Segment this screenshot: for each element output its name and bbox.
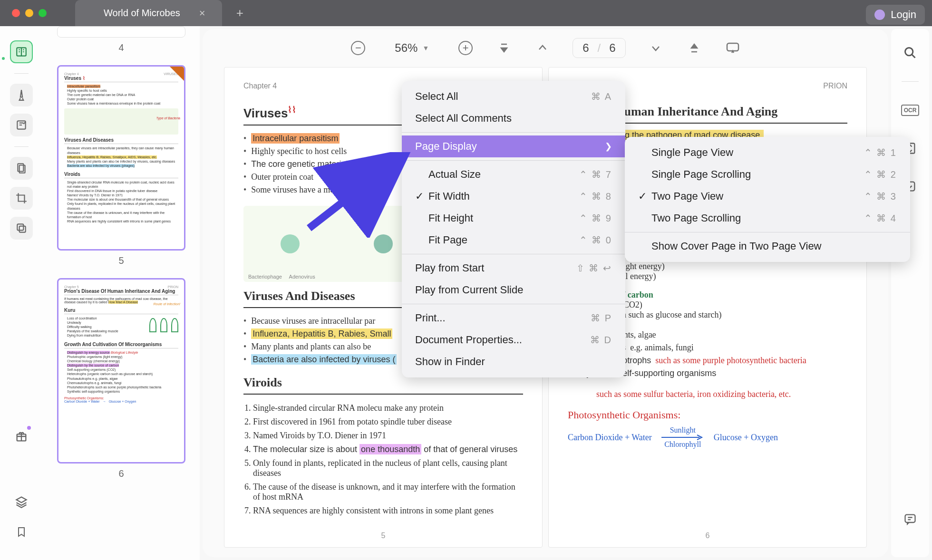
bookmark-button[interactable] <box>10 521 33 543</box>
crop-tool-button[interactable] <box>10 187 33 210</box>
highlighter-tool-button[interactable] <box>10 84 33 106</box>
heading-viroids: Viroids <box>243 376 523 395</box>
tutorial-arrow-icon <box>300 152 414 240</box>
context-menu: Select All⌘ A Select All Comments Page D… <box>402 81 625 377</box>
search-button[interactable] <box>901 43 920 62</box>
page-number: 6 <box>706 531 710 540</box>
tab-title: World of Microbes <box>104 8 180 19</box>
layers-button[interactable] <box>10 491 33 513</box>
prev-page-button[interactable] <box>534 39 551 57</box>
menu-fit-page[interactable]: Fit Page⌃ ⌘ 0 <box>402 229 625 251</box>
page-number: 5 <box>381 531 386 540</box>
page-tool-button[interactable] <box>10 157 33 180</box>
menu-page-display[interactable]: Page Display❯ <box>402 135 625 157</box>
svg-rect-5 <box>19 226 26 232</box>
menu-print[interactable]: Print...⌘ P <box>402 307 625 329</box>
chevron-down-icon: ▼ <box>422 44 429 52</box>
next-page-button[interactable] <box>647 39 664 57</box>
page-indicator[interactable]: 6 / 6 <box>573 38 625 58</box>
notification-dot-icon <box>27 426 31 430</box>
thumbnail-5[interactable]: Chapter 4VIRUSES Viruses ⌇ Intracellular… <box>57 65 185 266</box>
login-label: Login <box>891 9 916 21</box>
zoom-value: 56% <box>395 41 417 55</box>
svg-point-8 <box>905 48 913 56</box>
rail-active-indicator <box>2 57 5 60</box>
submenu-single-scroll[interactable]: Single Page Scrolling⌃ ⌘ 2 <box>625 164 910 185</box>
thumbnail-6[interactable]: Chapter 5PRION Prion's Disease Of Human … <box>57 278 185 479</box>
avatar-icon <box>874 10 885 20</box>
svg-rect-4 <box>17 224 23 230</box>
svg-rect-11 <box>905 515 915 522</box>
menu-actual-size[interactable]: Actual Size⌃ ⌘ 7 <box>402 164 625 185</box>
titlebar: World of Microbes × + Login <box>0 0 932 26</box>
annotate-tool-button[interactable] <box>10 114 33 136</box>
menu-fit-width[interactable]: ✓Fit Width⌃ ⌘ 8 <box>402 185 625 207</box>
submenu-show-cover[interactable]: Show Cover Page in Two Page View <box>625 235 910 257</box>
submenu-single-page[interactable]: Single Page View⌃ ⌘ 1 <box>625 142 910 164</box>
submenu-two-scroll[interactable]: Two Page Scrolling⌃ ⌘ 4 <box>625 207 910 229</box>
window-maximize-button[interactable] <box>39 9 47 17</box>
tab-close-icon[interactable]: × <box>199 7 205 19</box>
menu-play-current[interactable]: Play from Current Slide <box>402 279 625 301</box>
thumb-page-num: 5 <box>57 255 185 266</box>
menu-select-all-comments[interactable]: Select All Comments <box>402 107 625 129</box>
zoom-out-button[interactable]: − <box>350 39 367 57</box>
comments-button[interactable] <box>901 510 920 529</box>
viewer-toolbar: − 56% ▼ + 6 / 6 <box>203 29 888 67</box>
first-page-button[interactable] <box>495 39 513 57</box>
reader-mode-button[interactable] <box>10 40 33 63</box>
thumb-page-num: 6 <box>57 468 185 479</box>
zoom-in-button[interactable]: + <box>457 39 474 57</box>
submenu-two-page[interactable]: ✓Two Page View⌃ ⌘ 3 <box>625 185 910 207</box>
thumbnail-panel: 4 Chapter 4VIRUSES Viruses ⌇ Intracellul… <box>43 26 200 560</box>
ocr-button[interactable]: OCR <box>901 101 920 120</box>
thumbnail-4-partial[interactable]: 4 <box>57 26 185 53</box>
current-page: 6 <box>582 41 589 55</box>
page-display-submenu: Single Page View⌃ ⌘ 1 Single Page Scroll… <box>625 137 910 262</box>
thumb-page-num: 4 <box>57 42 185 53</box>
document-tab[interactable]: World of Microbes × <box>75 0 222 26</box>
menu-doc-props[interactable]: Document Properties...⌘ D <box>402 329 625 351</box>
menu-play-start[interactable]: Play from Start⇧ ⌘ ↩ <box>402 257 625 279</box>
copy-tool-button[interactable] <box>10 217 33 240</box>
traffic-lights <box>12 9 47 17</box>
last-page-button[interactable] <box>686 39 703 57</box>
chevron-right-icon: ❯ <box>605 141 612 152</box>
menu-show-finder[interactable]: Show in Finder <box>402 351 625 373</box>
menu-fit-height[interactable]: Fit Height⌃ ⌘ 9 <box>402 207 625 229</box>
new-tab-button[interactable]: + <box>236 6 243 20</box>
zoom-dropdown[interactable]: 56% ▼ <box>388 39 436 58</box>
gift-button[interactable] <box>10 425 33 448</box>
window-close-button[interactable] <box>12 9 20 17</box>
window-minimize-button[interactable] <box>25 9 33 17</box>
left-tool-rail <box>0 26 43 560</box>
login-button[interactable]: Login <box>866 5 925 25</box>
right-tool-rail: OCR <box>891 29 929 557</box>
menu-select-all[interactable]: Select All⌘ A <box>402 86 625 107</box>
total-pages: 6 <box>609 41 615 55</box>
presentation-button[interactable] <box>724 39 741 57</box>
